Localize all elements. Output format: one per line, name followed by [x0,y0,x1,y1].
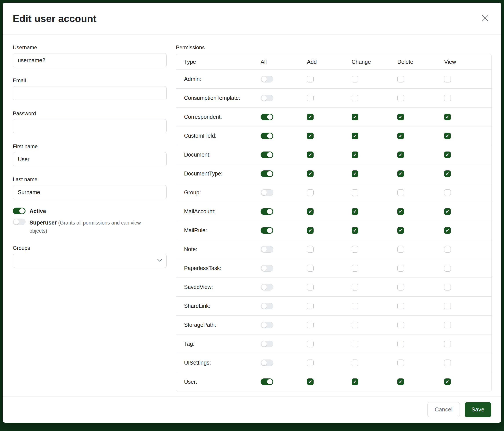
groups-select[interactable] [13,254,167,268]
delete-checkbox[interactable] [397,76,404,82]
add-checkbox[interactable]: ✔ [307,208,314,215]
change-checkbox[interactable]: ✔ [352,133,358,139]
add-checkbox[interactable] [307,95,314,101]
table-row: StoragePath: [176,315,491,334]
view-checkbox[interactable] [444,284,451,290]
delete-checkbox[interactable] [397,322,404,328]
view-checkbox[interactable]: ✔ [444,133,451,139]
add-checkbox[interactable] [307,246,314,253]
add-checkbox[interactable] [307,359,314,366]
change-checkbox[interactable] [352,284,358,290]
all-toggle[interactable] [261,171,273,177]
all-toggle[interactable] [261,265,273,272]
delete-checkbox[interactable]: ✔ [397,208,404,215]
view-checkbox[interactable]: ✔ [444,171,451,177]
all-toggle[interactable] [261,152,273,158]
view-checkbox[interactable] [444,341,451,347]
username-input[interactable] [13,53,167,67]
all-toggle[interactable] [261,322,273,328]
change-checkbox[interactable] [352,95,358,101]
check-icon: ✔ [353,379,357,384]
first-name-field[interactable] [13,152,167,166]
view-checkbox[interactable] [444,359,451,366]
delete-checkbox[interactable] [397,265,404,272]
all-toggle[interactable] [261,208,273,215]
check-icon: ✔ [308,171,312,176]
change-checkbox[interactable] [352,359,358,366]
all-toggle[interactable] [261,76,273,82]
all-toggle[interactable] [261,189,273,196]
add-checkbox[interactable]: ✔ [307,114,314,120]
close-button[interactable] [479,12,491,25]
change-checkbox[interactable] [352,322,358,328]
save-button[interactable]: Save [465,402,491,417]
add-checkbox[interactable]: ✔ [307,171,314,177]
view-checkbox[interactable] [444,246,451,253]
change-checkbox[interactable]: ✔ [352,208,358,215]
delete-checkbox[interactable]: ✔ [397,152,404,158]
all-toggle[interactable] [261,246,273,253]
view-checkbox[interactable] [444,76,451,82]
delete-checkbox[interactable] [397,189,404,196]
change-checkbox[interactable] [352,189,358,196]
delete-checkbox[interactable]: ✔ [397,133,404,139]
delete-checkbox[interactable]: ✔ [397,227,404,234]
change-checkbox[interactable] [352,341,358,347]
last-name-field[interactable] [13,185,167,199]
change-checkbox[interactable] [352,246,358,253]
delete-checkbox[interactable] [397,341,404,347]
delete-checkbox[interactable]: ✔ [397,378,404,385]
toggle-knob [267,209,272,214]
view-checkbox[interactable]: ✔ [444,208,451,215]
view-checkbox[interactable]: ✔ [444,114,451,120]
change-checkbox[interactable] [352,265,358,272]
add-checkbox[interactable]: ✔ [307,133,314,139]
add-checkbox[interactable] [307,76,314,82]
password-field[interactable] [13,119,167,133]
superuser-toggle[interactable] [13,219,26,225]
view-checkbox[interactable] [444,303,451,309]
add-checkbox[interactable] [307,303,314,309]
view-checkbox[interactable] [444,95,451,101]
all-toggle[interactable] [261,341,273,347]
change-checkbox[interactable] [352,76,358,82]
all-toggle[interactable] [261,95,273,101]
all-toggle[interactable] [261,359,273,366]
all-toggle[interactable] [261,114,273,120]
add-checkbox[interactable] [307,189,314,196]
add-checkbox[interactable]: ✔ [307,378,314,385]
change-checkbox[interactable]: ✔ [352,152,358,158]
add-checkbox[interactable] [307,341,314,347]
delete-checkbox[interactable] [397,246,404,253]
add-checkbox[interactable]: ✔ [307,227,314,234]
delete-checkbox[interactable] [397,303,404,309]
delete-checkbox[interactable]: ✔ [397,171,404,177]
view-checkbox[interactable] [444,265,451,272]
active-toggle[interactable] [13,207,26,214]
delete-checkbox[interactable] [397,284,404,290]
change-checkbox[interactable]: ✔ [352,227,358,234]
all-toggle[interactable] [261,378,273,385]
all-toggle[interactable] [261,133,273,139]
email-field[interactable] [13,86,167,100]
delete-checkbox[interactable]: ✔ [397,114,404,120]
view-checkbox[interactable] [444,322,451,328]
view-checkbox[interactable]: ✔ [444,227,451,234]
add-checkbox[interactable] [307,284,314,290]
all-toggle[interactable] [261,284,273,290]
add-checkbox[interactable] [307,322,314,328]
delete-checkbox[interactable] [397,359,404,366]
add-checkbox[interactable] [307,265,314,272]
change-checkbox[interactable]: ✔ [352,114,358,120]
change-checkbox[interactable]: ✔ [352,378,358,385]
view-checkbox[interactable]: ✔ [444,378,451,385]
view-checkbox[interactable]: ✔ [444,152,451,158]
all-toggle[interactable] [261,227,273,234]
change-checkbox[interactable] [352,303,358,309]
delete-checkbox[interactable] [397,95,404,101]
cancel-button[interactable]: Cancel [427,402,460,417]
add-checkbox[interactable]: ✔ [307,152,314,158]
view-checkbox[interactable] [444,189,451,196]
all-toggle[interactable] [261,303,273,309]
change-checkbox[interactable]: ✔ [352,171,358,177]
